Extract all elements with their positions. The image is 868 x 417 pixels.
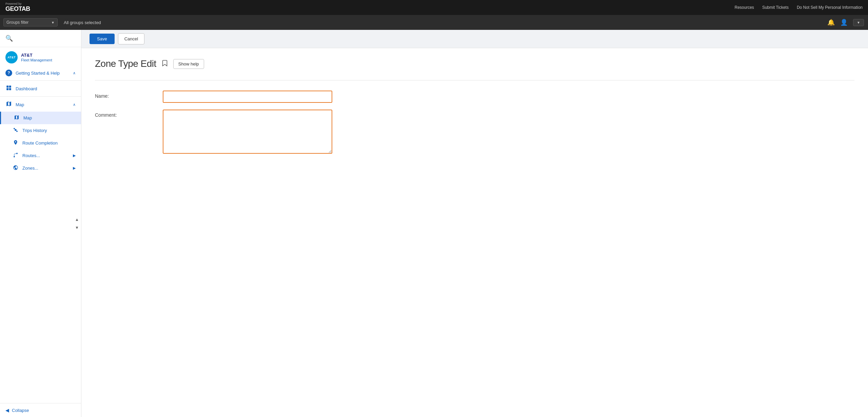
scroll-down-button[interactable]: ▼ bbox=[73, 224, 81, 231]
user-dropdown-arrow-icon: ▼ bbox=[857, 21, 860, 24]
zones-arrow-icon: ▶ bbox=[73, 166, 76, 170]
logo-area: Powered by GEOTAB bbox=[5, 2, 30, 13]
main-layout: 🔍 AT&T AT&T Fleet Management ? Getting S… bbox=[0, 30, 868, 417]
sidebar-scroll-controls: ▲ ▼ bbox=[73, 216, 81, 231]
zones-label: Zones... bbox=[22, 166, 70, 171]
routes-icon bbox=[12, 152, 19, 159]
name-form-row: Name: bbox=[95, 91, 854, 103]
sidebar-search-area: 🔍 bbox=[0, 30, 81, 47]
search-icon[interactable]: 🔍 bbox=[5, 35, 13, 42]
do-not-sell-link[interactable]: Do Not Sell My Personal Information bbox=[797, 5, 863, 10]
resources-link[interactable]: Resources bbox=[735, 5, 754, 10]
divider-1 bbox=[0, 80, 81, 81]
map-sub-label: Map bbox=[23, 115, 76, 120]
svg-rect-1 bbox=[9, 86, 11, 88]
name-input[interactable] bbox=[163, 91, 332, 103]
routes-label: Routes... bbox=[22, 153, 70, 158]
zones-icon bbox=[12, 165, 19, 171]
form-divider bbox=[95, 80, 854, 80]
user-dropdown[interactable]: ▼ bbox=[853, 19, 864, 26]
route-completion-icon bbox=[12, 140, 19, 146]
svg-point-6 bbox=[16, 131, 18, 132]
all-groups-text: All groups selected bbox=[64, 20, 101, 25]
svg-rect-0 bbox=[6, 86, 8, 88]
att-company-name: AT&T bbox=[21, 53, 52, 58]
att-initials: AT&T bbox=[7, 56, 15, 59]
sidebar-logo: AT&T AT&T Fleet Management bbox=[0, 47, 81, 66]
sidebar-item-route-completion[interactable]: Route Completion bbox=[0, 137, 81, 149]
svg-rect-2 bbox=[6, 88, 8, 90]
show-help-button[interactable]: Show help bbox=[173, 59, 204, 69]
comment-form-row: Comment: bbox=[95, 110, 854, 154]
form-area: Zone Type Edit Show help Name: Comment: bbox=[81, 48, 868, 417]
cancel-button[interactable]: Cancel bbox=[118, 33, 144, 44]
bookmark-icon[interactable] bbox=[161, 59, 169, 69]
toolbar: Save Cancel bbox=[81, 30, 868, 48]
scroll-up-button[interactable]: ▲ bbox=[73, 216, 81, 223]
groups-filter-arrow-icon: ▼ bbox=[51, 21, 55, 24]
collapse-label: Collapse bbox=[12, 408, 29, 413]
page-title: Zone Type Edit bbox=[95, 58, 156, 69]
sidebar-item-getting-started[interactable]: ? Getting Started & Help ∧ bbox=[0, 66, 81, 80]
groups-bar: Groups filter ▼ All groups selected 🔔 👤 … bbox=[0, 15, 868, 30]
route-completion-label: Route Completion bbox=[22, 140, 76, 146]
notification-bell-icon[interactable]: 🔔 bbox=[827, 19, 835, 26]
map-sub-icon bbox=[13, 115, 20, 121]
map-parent-arrow-icon: ∧ bbox=[73, 102, 76, 107]
getting-started-arrow-icon: ∧ bbox=[73, 71, 76, 75]
comment-label: Comment: bbox=[95, 110, 156, 118]
page-title-row: Zone Type Edit Show help bbox=[95, 58, 854, 69]
att-company-sub: Fleet Management bbox=[21, 58, 52, 62]
sidebar-item-map[interactable]: Map bbox=[0, 112, 81, 124]
divider-2 bbox=[0, 96, 81, 97]
top-bar-right: Resources Submit Tickets Do Not Sell My … bbox=[735, 5, 863, 10]
collapse-sidebar-button[interactable]: ◀ Collapse bbox=[0, 403, 81, 417]
svg-point-8 bbox=[16, 153, 18, 154]
submit-tickets-link[interactable]: Submit Tickets bbox=[762, 5, 789, 10]
save-button[interactable]: Save bbox=[90, 34, 115, 44]
svg-rect-3 bbox=[9, 88, 11, 90]
user-profile-icon[interactable]: 👤 bbox=[840, 19, 848, 26]
sidebar: 🔍 AT&T AT&T Fleet Management ? Getting S… bbox=[0, 30, 81, 417]
top-bar: Powered by GEOTAB Resources Submit Ticke… bbox=[0, 0, 868, 15]
trips-history-icon bbox=[12, 127, 19, 134]
groups-filter-dropdown[interactable]: Groups filter ▼ bbox=[3, 18, 58, 26]
dashboard-icon bbox=[5, 85, 12, 92]
svg-point-5 bbox=[14, 128, 15, 129]
comment-textarea[interactable] bbox=[163, 110, 332, 154]
sidebar-item-routes[interactable]: Routes... ▶ bbox=[0, 149, 81, 162]
map-parent-label: Map bbox=[16, 102, 70, 107]
content-area: Save Cancel Zone Type Edit Show help Nam… bbox=[81, 30, 868, 417]
att-name-area: AT&T Fleet Management bbox=[21, 53, 52, 62]
dashboard-label: Dashboard bbox=[16, 86, 76, 91]
att-logo-circle: AT&T bbox=[5, 51, 18, 63]
sidebar-item-trips-history[interactable]: Trips History bbox=[0, 124, 81, 137]
groups-filter-label: Groups filter bbox=[6, 20, 48, 25]
svg-point-7 bbox=[14, 156, 15, 157]
getting-started-label: Getting Started & Help bbox=[16, 71, 70, 76]
routes-arrow-icon: ▶ bbox=[73, 153, 76, 158]
sidebar-item-dashboard[interactable]: Dashboard bbox=[0, 81, 81, 96]
collapse-icon: ◀ bbox=[5, 407, 9, 413]
sidebar-item-map-parent[interactable]: Map ∧ bbox=[0, 97, 81, 112]
trips-history-label: Trips History bbox=[22, 128, 76, 133]
groups-bar-right: 🔔 👤 ▼ bbox=[827, 19, 868, 26]
sidebar-item-zones[interactable]: Zones... ▶ bbox=[0, 162, 81, 174]
name-label: Name: bbox=[95, 91, 156, 99]
sidebar-nav: ? Getting Started & Help ∧ Dashboard Map… bbox=[0, 66, 81, 403]
map-parent-icon bbox=[5, 101, 12, 108]
powered-by-text: Powered by GEOTAB bbox=[5, 2, 30, 13]
help-circle-icon: ? bbox=[5, 70, 12, 76]
